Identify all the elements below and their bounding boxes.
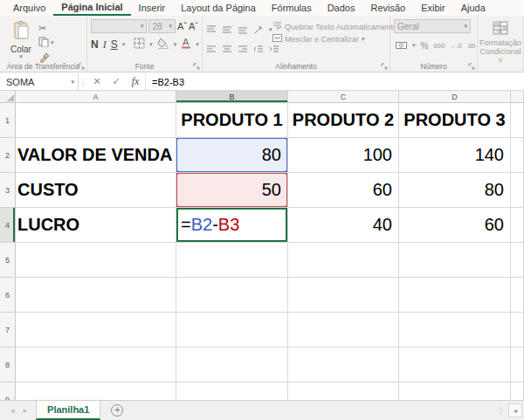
grow-font-icon[interactable]: Aˆ [177,21,187,31]
cell-E3[interactable] [511,173,524,208]
hscroll-left-button[interactable]: ◂ [508,403,522,417]
number-format-select[interactable]: Geral ▾ [394,19,471,33]
cell-E2[interactable] [511,138,524,173]
tab-exibir[interactable]: Exibir [413,0,453,16]
row-header-6[interactable]: 6 [0,278,16,313]
cell-B6[interactable] [176,278,288,313]
cell-C1[interactable]: PRODUTO 2 [288,103,399,138]
column-header-d[interactable]: D [399,91,511,103]
dialog-launcher-icon[interactable] [193,63,200,70]
add-sheet-button[interactable]: + [111,401,123,420]
cell-E4[interactable] [511,208,524,243]
cell-D2[interactable]: 140 [399,138,511,173]
dialog-launcher-icon[interactable] [381,63,388,70]
column-header-e[interactable] [511,91,524,103]
cell-B8[interactable] [176,348,288,382]
tab-dados[interactable]: Dados [320,0,363,16]
cell-A8[interactable] [16,348,176,382]
decrease-decimal-icon[interactable]: .00 [466,43,475,49]
cell-E5[interactable] [511,243,524,278]
row-header-2[interactable]: 2 [0,138,16,173]
formula-input[interactable]: =B2-B3 [145,73,524,90]
comma-style-icon[interactable]: 000 [433,43,445,49]
orientation-icon[interactable] [253,22,264,38]
percent-style-icon[interactable]: % [421,41,429,51]
cell-E1[interactable] [511,103,524,138]
row-header-4[interactable]: 4 [0,208,16,243]
cell-B9[interactable] [176,382,288,400]
underline-button[interactable]: S [111,38,118,51]
copy-button[interactable]: ▾ [38,37,54,49]
bold-button[interactable]: N [91,38,99,51]
column-header-a[interactable]: A [16,91,176,103]
cell-E9[interactable] [511,382,524,400]
align-right-icon[interactable] [238,42,248,58]
cell-C9[interactable] [288,382,399,400]
cell-D6[interactable] [399,278,511,313]
paste-button[interactable]: Colar ▾ [3,19,38,59]
cell-A6[interactable] [16,278,176,313]
dialog-launcher-icon[interactable] [78,63,85,70]
merge-center-button[interactable]: Mesclar e Centralizar ▾ [272,34,397,44]
row-header-5[interactable]: 5 [0,243,16,278]
cell-D3[interactable]: 80 [399,173,511,208]
row-header-7[interactable]: 7 [0,313,16,348]
enter-button[interactable]: ✓ [107,73,126,90]
align-top-icon[interactable] [206,22,217,38]
fill-color-icon[interactable] [157,37,169,52]
cell-E8[interactable] [511,348,524,382]
wrap-text-button[interactable]: Quebrar Texto Automaticamente [272,22,397,31]
tab-formulas[interactable]: Fórmulas [264,0,320,16]
cell-D8[interactable] [399,348,511,382]
cell-A9[interactable] [16,382,176,400]
tab-arquivo[interactable]: Arquivo [5,0,53,16]
italic-button[interactable]: I [103,38,107,52]
cell-C5[interactable] [288,243,399,278]
tab-inserir[interactable]: Inserir [131,0,174,16]
name-box[interactable]: SOMA ▾ [0,73,79,90]
row-header-8[interactable]: 8 [0,348,16,382]
next-sheet-icon[interactable]: ▸ [24,406,28,415]
cancel-button[interactable]: ✕ [87,73,107,90]
tab-ajuda[interactable]: Ajuda [453,0,493,16]
row-header-3[interactable]: 3 [0,173,16,208]
cell-D1[interactable]: PRODUTO 3 [399,103,511,138]
cell-C2[interactable]: 100 [288,138,399,173]
conditional-formatting-button[interactable]: Formatação Condicional ˅ [481,19,520,65]
cell-B1[interactable]: PRODUTO 1 [176,103,288,138]
cell-C7[interactable] [288,313,399,348]
column-header-c[interactable]: C [288,91,399,103]
align-left-icon[interactable] [206,42,217,58]
tab-revisao[interactable]: Revisão [362,0,413,16]
cell-C8[interactable] [288,348,399,382]
sheet-tab-planilha1[interactable]: Planilha1 [36,401,100,420]
cell-B3-reference-highlight[interactable]: 50 [176,173,288,208]
font-color-icon[interactable]: A [181,37,191,52]
align-center-icon[interactable] [222,42,232,58]
cell-D5[interactable] [399,243,511,278]
align-middle-icon[interactable] [222,22,232,38]
cell-E6[interactable] [511,278,524,313]
cell-A2[interactable]: VALOR DE VENDA [16,138,176,173]
prev-sheet-icon[interactable]: ◂ [10,406,15,415]
row-header-9[interactable]: 9 [0,382,16,400]
cell-D7[interactable] [399,313,511,348]
cell-C4[interactable]: 40 [288,208,399,243]
decrease-indent-icon[interactable] [253,42,264,58]
cell-B7[interactable] [176,313,288,348]
cell-A4[interactable]: LUCRO [16,208,176,243]
dialog-launcher-icon[interactable] [468,63,475,70]
tab-pagina-inicial[interactable]: Página Inicial [53,0,130,16]
tab-layout-da-pagina[interactable]: Layout da Página [173,0,264,16]
font-size-select[interactable]: 28 ▾ [148,19,176,33]
insert-function-button[interactable]: fx [126,73,145,90]
cell-B2-reference-highlight[interactable]: 80 [176,138,288,173]
font-name-select[interactable]: ▾ [91,19,147,33]
align-bottom-icon[interactable] [238,22,248,38]
increase-decimal-icon[interactable]: ←.0 [451,43,462,49]
accounting-format-icon[interactable] [396,38,407,53]
cell-B4-formula-edit[interactable]: =B2-B3 [176,208,288,243]
cell-D9[interactable] [399,382,511,400]
borders-icon[interactable] [134,37,145,52]
shrink-font-icon[interactable]: Aˇ [189,21,198,31]
